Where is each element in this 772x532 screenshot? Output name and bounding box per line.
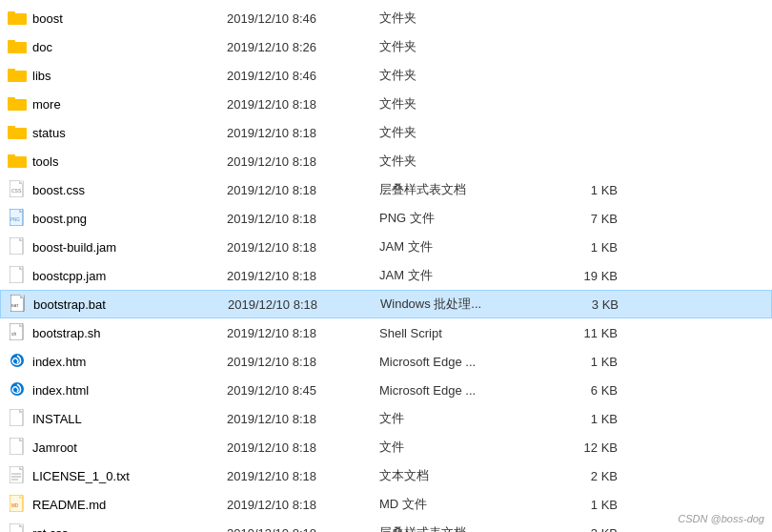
file-type: JAM 文件	[379, 267, 541, 284]
file-date: 2019/12/10 8:18	[227, 326, 379, 340]
file-name-col: MDREADME.md	[8, 495, 227, 514]
file-icon	[8, 123, 27, 142]
svg-rect-9	[8, 126, 15, 130]
file-name-text: doc	[32, 40, 52, 54]
file-type: 层叠样式表文档	[379, 181, 541, 198]
file-type: Microsoft Edge ...	[379, 355, 541, 369]
file-date: 2019/12/10 8:18	[227, 469, 379, 483]
file-date: 2019/12/10 8:18	[227, 355, 379, 369]
file-name-text: libs	[32, 69, 51, 83]
file-date: 2019/12/10 8:18	[227, 126, 379, 140]
file-row[interactable]: index.html2019/12/10 8:45Microsoft Edge …	[0, 376, 772, 404]
file-row[interactable]: libs2019/12/10 8:46文件夹	[0, 61, 772, 90]
file-type: JAM 文件	[379, 238, 541, 256]
file-name-text: Jamroot	[32, 440, 77, 455]
file-size: 1 KB	[541, 240, 618, 255]
file-icon	[8, 152, 27, 171]
file-size: 19 KB	[541, 269, 618, 283]
file-name-col: CSSboost.css	[8, 180, 227, 199]
file-row[interactable]: more2019/12/10 8:18文件夹	[0, 90, 772, 118]
file-size: 12 KB	[541, 440, 618, 455]
file-date: 2019/12/10 8:45	[227, 383, 379, 398]
file-name-col: PNGboost.png	[8, 209, 227, 228]
file-type: 层叠样式表文档	[379, 524, 541, 532]
file-list: boost2019/12/10 8:46文件夹doc2019/12/10 8:2…	[0, 0, 772, 532]
file-date: 2019/12/10 8:18	[227, 498, 379, 512]
file-name-text: index.html	[32, 383, 89, 398]
file-date: 2019/12/10 8:18	[227, 97, 379, 112]
file-row[interactable]: tools2019/12/10 8:18文件夹	[0, 147, 772, 175]
file-type: 文件	[379, 439, 541, 456]
file-icon	[8, 37, 27, 56]
file-type: Shell Script	[379, 326, 541, 340]
file-type: MD 文件	[379, 496, 541, 513]
file-date: 2019/12/10 8:46	[227, 11, 379, 26]
file-name-col: libs	[8, 66, 227, 85]
file-row[interactable]: doc2019/12/10 8:26文件夹	[0, 32, 772, 61]
file-type: 文件夹	[379, 10, 541, 27]
file-row[interactable]: Jamroot2019/12/10 8:18文件12 KB	[0, 433, 772, 461]
file-row[interactable]: LICENSE_1_0.txt2019/12/10 8:18文本文档2 KB	[0, 461, 772, 490]
file-icon: MD	[8, 495, 27, 514]
file-name-col: boostcpp.jam	[8, 266, 227, 285]
svg-text:CSS: CSS	[11, 188, 22, 194]
file-date: 2019/12/10 8:18	[227, 240, 379, 255]
file-type: 文件夹	[379, 95, 541, 113]
file-row[interactable]: PNGboost.png2019/12/10 8:18PNG 文件7 KB	[0, 204, 772, 233]
file-date: 2019/12/10 8:18	[227, 269, 379, 283]
file-row[interactable]: shbootstrap.sh2019/12/10 8:18Shell Scrip…	[0, 318, 772, 347]
file-size: 7 KB	[541, 212, 618, 226]
file-icon	[8, 352, 27, 371]
file-name-col: index.htm	[8, 352, 227, 371]
file-size: 2 KB	[541, 469, 618, 483]
file-name-text: rst.css	[32, 526, 69, 533]
file-type: Windows 批处理...	[380, 296, 542, 313]
file-row[interactable]: BATbootstrap.bat2019/12/10 8:18Windows 批…	[0, 290, 772, 318]
file-name-text: boost-build.jam	[32, 240, 116, 255]
file-date: 2019/12/10 8:18	[227, 526, 379, 533]
file-name-text: INSTALL	[32, 412, 82, 426]
file-row[interactable]: index.htm2019/12/10 8:18Microsoft Edge .…	[0, 347, 772, 376]
file-size: 3 KB	[541, 526, 618, 533]
file-size: 11 KB	[541, 326, 618, 340]
file-date: 2019/12/10 8:46	[227, 69, 379, 83]
svg-rect-7	[8, 97, 15, 101]
file-name-text: boost	[32, 11, 63, 26]
file-row[interactable]: CSSboost.css2019/12/10 8:18层叠样式表文档1 KB	[0, 175, 772, 204]
svg-text:sh: sh	[11, 331, 17, 337]
file-name-text: boost.png	[32, 212, 87, 226]
file-name-text: bootstrap.sh	[32, 326, 101, 340]
file-type: PNG 文件	[379, 210, 541, 227]
file-name-text: README.md	[32, 498, 106, 512]
file-row[interactable]: INSTALL2019/12/10 8:18文件1 KB	[0, 404, 772, 433]
file-row[interactable]: boost2019/12/10 8:46文件夹	[0, 4, 772, 32]
file-row[interactable]: MDREADME.md2019/12/10 8:18MD 文件1 KB	[0, 490, 772, 519]
file-icon: BAT	[9, 295, 28, 314]
file-name-text: boost.css	[32, 183, 85, 197]
file-name-col: INSTALL	[8, 409, 227, 428]
file-date: 2019/12/10 8:26	[227, 40, 379, 54]
file-row[interactable]: status2019/12/10 8:18文件夹	[0, 118, 772, 147]
file-date: 2019/12/10 8:18	[227, 212, 379, 226]
file-name-col: more	[8, 94, 227, 113]
svg-rect-5	[8, 69, 15, 72]
file-size: 1 KB	[541, 183, 618, 197]
file-type: 文件	[379, 410, 541, 427]
file-type: 文件夹	[379, 67, 541, 84]
file-name-col: boost-build.jam	[8, 237, 227, 256]
file-row[interactable]: boostcpp.jam2019/12/10 8:18JAM 文件19 KB	[0, 261, 772, 290]
file-type: 文件夹	[379, 38, 541, 55]
file-name-col: BATbootstrap.bat	[9, 295, 228, 314]
svg-text:PNG: PNG	[10, 217, 20, 222]
watermark: CSDN @boss-dog	[678, 513, 764, 524]
file-date: 2019/12/10 8:18	[227, 183, 379, 197]
file-name-text: more	[32, 97, 61, 112]
file-icon	[8, 266, 27, 285]
file-row[interactable]: boost-build.jam2019/12/10 8:18JAM 文件1 KB	[0, 233, 772, 261]
file-name-col: doc	[8, 37, 227, 56]
file-icon: CSS	[8, 180, 27, 199]
file-name-col: index.html	[8, 380, 227, 399]
file-name-col: Jamroot	[8, 438, 227, 457]
file-row[interactable]: CSSrst.css2019/12/10 8:18层叠样式表文档3 KB	[0, 519, 772, 532]
file-name-text: bootstrap.bat	[33, 297, 106, 312]
